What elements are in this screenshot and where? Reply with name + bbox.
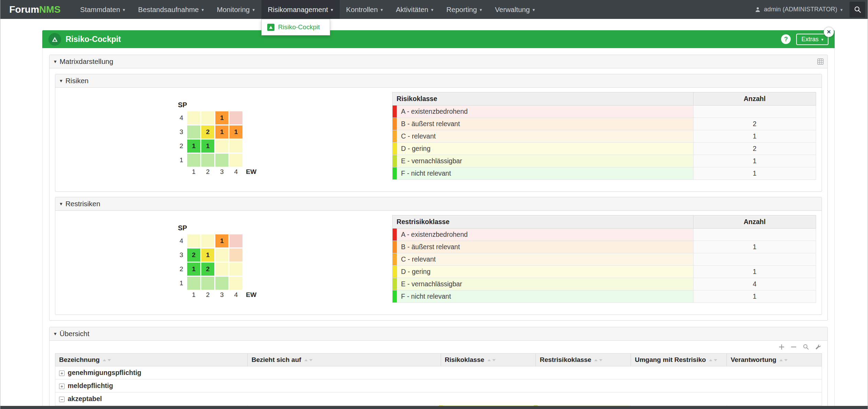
risiken-header[interactable]: ▾ Risiken — [55, 74, 822, 88]
column-header-bezieht-sich-auf[interactable]: Bezieht sich auf — [248, 354, 441, 366]
sort-asc-icon[interactable] — [103, 359, 106, 361]
grid-icon[interactable] — [817, 58, 824, 65]
menu-item-verwaltung[interactable]: Verwaltung▾ — [488, 0, 541, 19]
menu-item-risikomanagement[interactable]: Risikomanagement▾Risiko-Cockpit — [261, 0, 340, 19]
column-header-restrisikoklasse[interactable]: Restrisikoklasse — [536, 354, 631, 366]
chevron-down-icon: ▾ — [202, 7, 204, 12]
sort-asc-icon[interactable] — [709, 359, 712, 361]
class-row-a[interactable]: A - existenzbedrohend — [392, 106, 816, 118]
class-color-swatch — [392, 278, 397, 290]
menu-item-label: Monitoring — [217, 5, 250, 14]
count-column-header[interactable]: Anzahl — [694, 215, 816, 229]
sort-desc-icon[interactable] — [714, 359, 717, 361]
dropdown-item-risiko-cockpit[interactable]: Risiko-Cockpit — [262, 21, 330, 33]
matrix-cell — [215, 277, 228, 290]
brand-logo[interactable]: ForumNMS — [9, 4, 60, 15]
class-column-header[interactable]: Restrisikoklasse — [392, 215, 693, 229]
matrix-y-tick: 4 — [177, 237, 185, 245]
user-label: admin (ADMINISTRATOR) — [764, 6, 837, 13]
extras-button[interactable]: Extras ▾ — [796, 34, 828, 45]
class-row-d[interactable]: D - gering1 — [392, 266, 816, 278]
sort-asc-icon[interactable] — [487, 359, 491, 361]
class-column-header[interactable]: Risikoklasse — [392, 92, 693, 106]
class-row-d[interactable]: D - gering2 — [392, 143, 816, 155]
matrix-cell: 1 — [229, 125, 243, 139]
risikomanagement-dropdown: Risiko-Cockpit — [261, 19, 330, 35]
matrix-row: 1 — [177, 154, 257, 167]
uebersicht-header[interactable]: ▾ Übersicht — [49, 327, 827, 341]
class-row-f[interactable]: F - nicht relevant1 — [392, 167, 816, 180]
column-header-umgang-mit-restrisiko[interactable]: Umgang mit Restrisiko — [631, 354, 727, 366]
page-header: Risiko-Cockpit ? Extras ▾ — [42, 30, 835, 48]
matrix-cell: 1 — [215, 125, 228, 139]
sort-desc-icon[interactable] — [492, 359, 496, 361]
class-row-c[interactable]: C - relevant — [392, 253, 816, 266]
close-button[interactable]: ✕ — [824, 27, 834, 37]
matrix-y-tick: 2 — [177, 265, 185, 273]
user-menu[interactable]: admin (ADMINISTRATOR) ▾ — [749, 6, 848, 13]
matrix-cell — [215, 154, 228, 167]
page: ✕ Risiko-Cockpit ? Extras ▾ — [0, 19, 868, 409]
menu-item-kontrollen[interactable]: Kontrollen▾ — [340, 0, 390, 19]
expand-box-icon[interactable]: + — [59, 384, 65, 389]
sort-desc-icon[interactable] — [784, 359, 788, 361]
sort-icons — [594, 359, 602, 361]
search-icon[interactable] — [803, 344, 809, 350]
class-count: 1 — [694, 290, 816, 303]
matrix-y-tick: 4 — [177, 114, 185, 122]
class-color-swatch — [392, 266, 397, 278]
group-label: akzeptabel — [68, 395, 102, 402]
sort-desc-icon[interactable] — [108, 359, 111, 361]
column-header-bezeichnung[interactable]: Bezeichnung — [55, 354, 248, 366]
class-label: D - gering — [397, 266, 693, 278]
group-row-meldepflichtig[interactable]: +meldepflichtig — [55, 379, 822, 393]
group-row-genehmigungspflichtig[interactable]: +genehmigungspflichtig — [55, 366, 822, 379]
sort-desc-icon[interactable] — [309, 359, 313, 361]
column-header-verantwortung[interactable]: Verantwortung — [727, 354, 822, 366]
column-header-risikoklasse[interactable]: Risikoklasse — [441, 354, 536, 366]
class-row-e[interactable]: E - vernachlässigbar4 — [392, 278, 816, 290]
count-column-header[interactable]: Anzahl — [694, 92, 816, 106]
group-label: meldepflichtig — [68, 382, 113, 389]
class-table: RisikoklasseAnzahlA - existenzbedrohendB… — [392, 92, 816, 180]
column-header-label: Risikoklasse — [445, 356, 484, 363]
menu-item-stammdaten[interactable]: Stammdaten▾ — [74, 0, 132, 19]
search-button[interactable] — [849, 2, 865, 18]
sort-desc-icon[interactable] — [599, 359, 602, 361]
help-button[interactable]: ? — [781, 34, 791, 44]
wrench-icon[interactable] — [815, 344, 821, 350]
class-row-e[interactable]: E - vernachlässigbar1 — [392, 155, 816, 167]
group-row-akzeptabel[interactable]: −akzeptabel — [55, 393, 822, 406]
sort-asc-icon[interactable] — [594, 359, 598, 361]
class-row-a[interactable]: A - existenzbedrohend — [392, 229, 816, 241]
class-row-c[interactable]: C - relevant1 — [392, 130, 816, 143]
add-icon[interactable] — [779, 344, 785, 350]
matrix-row: 212 — [177, 263, 257, 276]
restrisiken-body: SP4132121211234EW RestrisikoklasseAnzahl… — [55, 211, 822, 314]
menu-item-reporting[interactable]: Reporting▾ — [440, 0, 488, 19]
class-row-f[interactable]: F - nicht relevant1 — [392, 290, 816, 303]
matrix-x-tick: 3 — [215, 168, 228, 176]
menu-item-monitoring[interactable]: Monitoring▾ — [210, 0, 261, 19]
class-count: 1 — [694, 155, 816, 167]
matrix-cell: 2 — [201, 125, 214, 139]
class-color-swatch — [392, 253, 397, 266]
matrix-cell: 1 — [201, 140, 214, 153]
sort-asc-icon[interactable] — [304, 359, 308, 361]
class-row-b[interactable]: B - äußerst relevant1 — [392, 241, 816, 253]
expand-box-icon[interactable]: + — [59, 371, 65, 376]
menu-item-bestandsaufnahme[interactable]: Bestandsaufnahme▾ — [132, 0, 210, 19]
app-window: ForumNMS Stammdaten▾Bestandsaufnahme▾Mon… — [0, 0, 868, 409]
chevron-down-icon: ▾ — [821, 37, 823, 42]
matrix-cell — [229, 234, 243, 247]
remove-icon[interactable] — [791, 344, 797, 350]
collapse-box-icon[interactable]: − — [59, 397, 65, 402]
matrix-x-tick: 2 — [201, 168, 214, 176]
matrixdarstellung-header[interactable]: ▾ Matrixdarstellung — [49, 55, 827, 68]
sort-asc-icon[interactable] — [779, 359, 783, 361]
chevron-down-icon: ▾ — [252, 7, 255, 12]
restrisiken-header[interactable]: ▾ Restrisiken — [55, 197, 822, 211]
class-row-b[interactable]: B - äußerst relevant2 — [392, 118, 816, 130]
menu-item-aktivitaeten[interactable]: Aktivitäten▾ — [389, 0, 440, 19]
matrix-cell: 1 — [201, 248, 214, 262]
